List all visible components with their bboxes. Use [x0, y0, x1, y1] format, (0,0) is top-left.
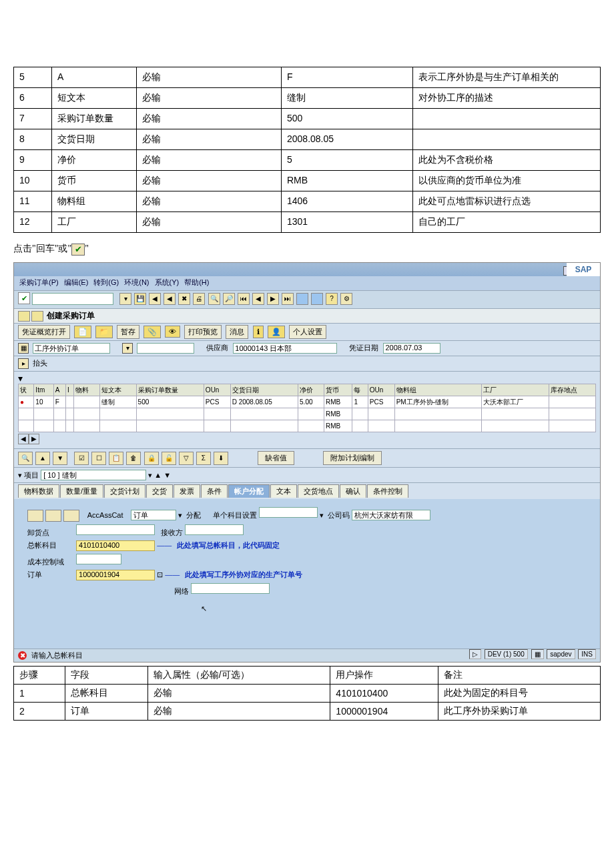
- grid-cell[interactable]: [100, 420, 137, 432]
- grid-cell[interactable]: [34, 420, 53, 432]
- grid-header[interactable]: 净价: [298, 384, 324, 396]
- grid-cell[interactable]: 10: [34, 396, 53, 408]
- select-all-icon[interactable]: ☑: [74, 452, 89, 465]
- messages-button[interactable]: 消息: [226, 325, 248, 339]
- tab-1[interactable]: 数量/重量: [60, 484, 103, 498]
- grid-header[interactable]: 采购订单数量: [136, 384, 204, 396]
- grid-cell[interactable]: [65, 396, 73, 408]
- grid-cell[interactable]: 5.00: [298, 396, 324, 408]
- grid-cell[interactable]: [74, 396, 100, 408]
- grid-cell[interactable]: [19, 408, 34, 420]
- doc-type-field[interactable]: 工序外协订单: [33, 343, 110, 354]
- grid-cell[interactable]: RMB: [324, 420, 352, 432]
- grid-cell[interactable]: 大沃本部工厂: [481, 396, 549, 408]
- t2-icon[interactable]: [311, 293, 323, 305]
- item-selector[interactable]: ▾ 项目 [ 10 ] 缝制 ▾ ▲ ▼: [14, 468, 600, 483]
- grid-cell[interactable]: [230, 408, 298, 420]
- grid-cell[interactable]: [298, 420, 324, 432]
- grid-cell[interactable]: [136, 420, 204, 432]
- header-expand[interactable]: ▸ 抬头: [14, 356, 600, 372]
- grid-cell[interactable]: [34, 408, 53, 420]
- grid-cell[interactable]: ●: [19, 396, 34, 408]
- lock-icon[interactable]: 🔒: [144, 452, 159, 465]
- attach-icon[interactable]: 📎: [143, 326, 161, 338]
- findnext-icon[interactable]: 🔎: [223, 293, 235, 305]
- sort-desc-icon[interactable]: ▼: [53, 452, 67, 465]
- network-field[interactable]: [191, 583, 270, 594]
- grid-cell[interactable]: [100, 408, 137, 420]
- command-field[interactable]: [32, 293, 113, 305]
- grid-header[interactable]: 库存地点: [549, 384, 595, 396]
- grid-cell[interactable]: [352, 408, 368, 420]
- grid-header[interactable]: 物料组: [394, 384, 481, 396]
- grid-header[interactable]: Itm: [34, 384, 53, 396]
- export-icon[interactable]: ⬇: [214, 452, 228, 465]
- grid-header[interactable]: 货币: [324, 384, 352, 396]
- delete-icon[interactable]: 🗑: [126, 452, 141, 465]
- item-down-icon[interactable]: ▼: [164, 471, 171, 479]
- tab-6[interactable]: 帐户分配: [228, 484, 270, 498]
- grid-header[interactable]: A: [53, 384, 65, 396]
- grid-cell[interactable]: [204, 420, 230, 432]
- default-values-button[interactable]: 缺省值: [258, 451, 294, 465]
- first-icon[interactable]: ⏮: [238, 293, 250, 305]
- grid-cell[interactable]: F: [53, 396, 65, 408]
- grid-cell[interactable]: [394, 420, 481, 432]
- preview-icon[interactable]: 👁: [165, 326, 180, 338]
- tab-9[interactable]: 确认: [340, 484, 366, 498]
- tab-4[interactable]: 发票: [174, 484, 200, 498]
- grid-cell[interactable]: [65, 420, 73, 432]
- grid-cell[interactable]: 缝制: [100, 396, 137, 408]
- menu-item[interactable]: 编辑(E): [64, 278, 89, 286]
- print-icon[interactable]: 🖨: [193, 293, 205, 305]
- acc-toolbar-icon[interactable]: [27, 510, 43, 522]
- grid-header[interactable]: 工厂: [481, 384, 549, 396]
- unlock-icon[interactable]: 🔓: [162, 452, 176, 465]
- menu-item[interactable]: 系统(Y): [155, 278, 180, 286]
- copy-icon[interactable]: 📋: [109, 452, 123, 465]
- dropdown-icon[interactable]: ▾: [320, 511, 324, 519]
- grid-header[interactable]: OUn: [368, 384, 394, 396]
- grid-header[interactable]: 交货日期: [230, 384, 298, 396]
- expand-icon[interactable]: ▸: [18, 358, 29, 369]
- folder-icon[interactable]: 📁: [95, 326, 113, 338]
- grid-cell[interactable]: [549, 396, 595, 408]
- grid-cell[interactable]: [298, 408, 324, 420]
- grid-cell[interactable]: [136, 408, 204, 420]
- grid-header[interactable]: 状: [19, 384, 34, 396]
- up-icon[interactable]: [45, 510, 61, 522]
- vendor-field[interactable]: 10000143 日本部: [233, 343, 337, 354]
- tab-8[interactable]: 交货地点: [298, 484, 339, 498]
- next-icon[interactable]: ▶: [267, 293, 279, 305]
- item-tabs[interactable]: 物料数据数量/重量交货计划交货发票条件帐户分配文本交货地点确认条件控制: [14, 483, 600, 499]
- grid-cell[interactable]: [368, 408, 394, 420]
- menu-bar[interactable]: 采购订单(P)编辑(E)转到(G)环境(N)系统(Y)帮助(H): [14, 276, 600, 290]
- t1-icon[interactable]: [296, 293, 308, 305]
- grid-cell[interactable]: RMB: [324, 408, 352, 420]
- gl-account-field[interactable]: 4101010400: [76, 540, 155, 551]
- item-up-icon[interactable]: ▲: [154, 471, 162, 479]
- unloading-point-field[interactable]: [76, 524, 155, 535]
- grid-cell[interactable]: RMB: [324, 396, 352, 408]
- item-select[interactable]: [ 10 ] 缝制: [41, 470, 146, 480]
- doc-date-field[interactable]: 2008.07.03: [383, 343, 440, 354]
- addl-planning-button[interactable]: 附加计划编制: [323, 451, 382, 465]
- title-icon-2[interactable]: [31, 311, 43, 322]
- item-toggle-icon[interactable]: ▾: [18, 471, 22, 479]
- new-icon[interactable]: 📄: [74, 326, 91, 338]
- info-icon[interactable]: ℹ: [253, 326, 264, 338]
- menu-item[interactable]: 帮助(H): [184, 278, 209, 286]
- subtoolbar[interactable]: 凭证概览打开 📄 📁 暂存 📎 👁 打印预览 消息 ℹ 👤 个人设置: [14, 324, 600, 341]
- grid-cell[interactable]: [481, 408, 549, 420]
- deselect-icon[interactable]: ☐: [91, 452, 106, 465]
- grid-cell[interactable]: [74, 420, 100, 432]
- scroll-left-icon[interactable]: ◀: [18, 434, 29, 444]
- items-toggle-icon[interactable]: ▾: [18, 373, 23, 384]
- order-field[interactable]: 1000001904: [76, 570, 155, 580]
- tab-10[interactable]: 条件控制: [367, 484, 408, 498]
- grid-header[interactable]: 短文本: [100, 384, 137, 396]
- dropdown-icon[interactable]: ▾: [119, 293, 131, 305]
- dropdown-icon[interactable]: ▾: [122, 343, 133, 354]
- grid-cell[interactable]: [230, 420, 298, 432]
- grid-cell[interactable]: [19, 420, 34, 432]
